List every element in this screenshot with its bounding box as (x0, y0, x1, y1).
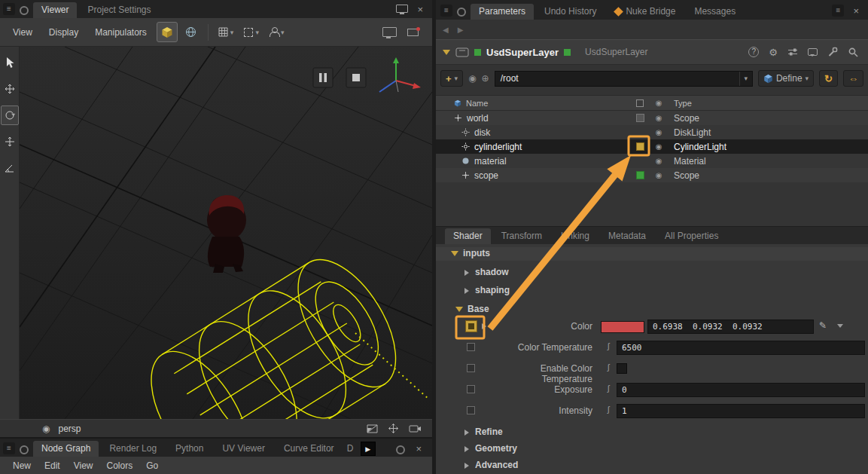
table-row-disk[interactable]: disk ◉ DiskLight (436, 125, 868, 139)
tab-nuke-bridge[interactable]: Nuke Bridge (607, 4, 684, 20)
gear-icon[interactable]: ⚙ (769, 47, 778, 58)
tab-project-settings[interactable]: Project Settings (79, 2, 159, 18)
pin-icon[interactable] (396, 445, 405, 454)
pin-icon[interactable] (20, 445, 29, 454)
section-shadow[interactable]: shadow (436, 266, 868, 280)
visibility-icon[interactable]: ◉ (42, 424, 50, 434)
monitor-icon[interactable] (382, 27, 397, 37)
tab-render-log[interactable]: Render Log (101, 441, 165, 457)
swap-button[interactable]: ⇔ (843, 70, 863, 87)
tab-uv-viewer[interactable]: UV Viewer (214, 441, 273, 457)
chevron-down-icon[interactable] (837, 324, 843, 328)
search-icon[interactable] (848, 47, 858, 57)
activation-column-header[interactable] (630, 99, 650, 107)
crosshair-icon[interactable]: ⊕ (482, 73, 489, 84)
state-badge[interactable] (467, 364, 475, 372)
close-pane-icon[interactable]: × (416, 443, 422, 454)
section-advanced[interactable]: Advanced (436, 459, 868, 472)
collapse-node-icon[interactable] (443, 50, 450, 55)
menu-manipulators[interactable]: Manipulators (88, 27, 154, 38)
close-pane-icon[interactable]: × (417, 4, 423, 15)
state-badge[interactable] (467, 406, 475, 414)
more-tabs-button[interactable]: ▶ (361, 442, 376, 456)
link-icon[interactable]: ʃ (608, 362, 609, 372)
tab-all-properties[interactable]: All Properties (656, 228, 726, 244)
help-icon[interactable]: ? (748, 47, 759, 57)
menu-display[interactable]: Display (42, 27, 85, 38)
pan-icon[interactable] (388, 423, 399, 434)
tab-transform[interactable]: Transform (493, 228, 550, 244)
pause-button[interactable] (313, 68, 333, 87)
back-icon[interactable]: ◀ (443, 26, 449, 34)
pin-icon[interactable] (20, 6, 29, 15)
tab-linking[interactable]: Linking (553, 228, 598, 244)
select-tool-button[interactable] (1, 53, 19, 72)
visibility-icon[interactable]: ◉ (656, 128, 662, 136)
pane-menu-icon[interactable]: ≡ (3, 442, 15, 454)
rotate-tool-button[interactable] (1, 106, 19, 125)
color-value-field[interactable]: 0.6938 0.0932 0.0932 (647, 320, 814, 334)
section-base[interactable]: Base (436, 303, 868, 317)
visibility-icon[interactable]: ◉ (656, 157, 662, 165)
node-flag-badge[interactable] (474, 49, 481, 56)
tab-shader[interactable]: Shader (445, 228, 491, 244)
refresh-button[interactable]: ↻ (819, 70, 838, 87)
menu-new[interactable]: New (6, 460, 38, 471)
display-icon[interactable] (396, 5, 408, 13)
menu-colors[interactable]: Colors (100, 460, 140, 471)
tab-python[interactable]: Python (167, 441, 212, 457)
camera-icon[interactable] (409, 424, 422, 433)
comment-icon[interactable] (808, 48, 818, 56)
section-shaping[interactable]: shaping (436, 284, 868, 298)
frame-icon[interactable] (367, 424, 378, 433)
wrench-icon[interactable] (827, 47, 838, 57)
pin-icon[interactable] (457, 8, 466, 17)
node-flag-badge[interactable] (564, 49, 571, 56)
scale-tool-button[interactable] (1, 132, 19, 151)
link-icon[interactable]: ʃ (608, 341, 609, 350)
table-row-cylinderlight[interactable]: cylinderlight ◉ CylinderLight (436, 139, 868, 154)
tab-parameters[interactable]: Parameters (471, 4, 534, 20)
tab-undo-history[interactable]: Undo History (536, 4, 605, 20)
tab-viewer[interactable]: Viewer (33, 2, 77, 18)
snapshot-icon[interactable] (407, 29, 419, 36)
pane-menu-icon[interactable]: ≡ (832, 5, 844, 17)
type-column-header[interactable]: Type (668, 99, 868, 108)
color-swatch[interactable] (601, 321, 644, 333)
table-row-scope[interactable]: scope ◉ Scope (436, 168, 868, 182)
pane-menu-icon[interactable]: ≡ (3, 3, 15, 15)
tab-curve-editor[interactable]: Curve Editor (276, 441, 343, 457)
intensity-field[interactable]: 1 (617, 404, 865, 418)
visibility-icon[interactable]: ◉ (656, 114, 662, 122)
camera-select-dropdown[interactable]: ▾ (266, 22, 288, 42)
prim-path-input[interactable]: /root ▾ (495, 71, 753, 87)
node-name[interactable]: UsdSuperLayer (486, 47, 559, 58)
activation-badge[interactable] (636, 114, 644, 122)
tab-node-graph[interactable]: Node Graph (33, 441, 99, 457)
enable-color-temperature-checkbox[interactable] (617, 363, 627, 374)
activation-badge[interactable] (636, 142, 644, 151)
link-icon[interactable]: ʃ (608, 405, 609, 414)
visibility-column-header[interactable]: ◉ (650, 99, 668, 107)
tab-messages[interactable]: Messages (686, 4, 744, 20)
visibility-icon[interactable]: ◉ (656, 142, 662, 151)
sliders-icon[interactable] (787, 47, 798, 57)
menu-go[interactable]: Go (139, 460, 165, 471)
table-row-world[interactable]: world ◉ Scope (436, 111, 868, 125)
path-dropdown-icon[interactable]: ▾ (739, 72, 752, 86)
shaded-mode-button[interactable] (157, 22, 178, 42)
pen-icon[interactable]: ✎ (819, 320, 827, 331)
selection-mode-dropdown[interactable]: ▾ (240, 22, 263, 42)
camera-name-label[interactable]: persp (58, 424, 81, 434)
section-geometry[interactable]: Geometry (436, 442, 868, 456)
globe-button[interactable] (181, 22, 202, 42)
name-column-header[interactable]: Name (436, 99, 630, 108)
menu-view[interactable]: View (67, 460, 100, 471)
activation-badge[interactable] (636, 171, 644, 179)
pane-menu-icon[interactable]: ≡ (440, 5, 452, 17)
menu-view[interactable]: View (6, 27, 39, 38)
table-row-material[interactable]: material ◉ Material (436, 154, 868, 168)
translate-tool-button[interactable] (1, 79, 19, 99)
layout-dropdown[interactable]: ▾ (215, 22, 238, 42)
state-badge[interactable] (467, 385, 475, 393)
